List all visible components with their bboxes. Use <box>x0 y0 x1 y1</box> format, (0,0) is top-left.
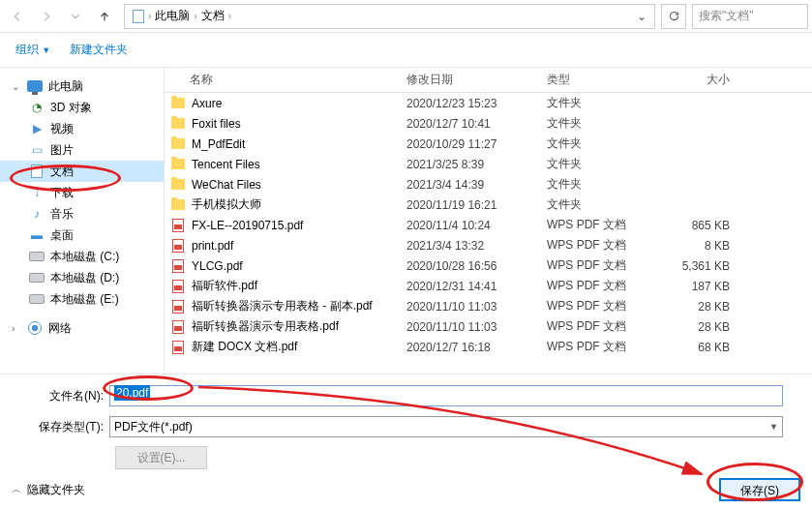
up-button[interactable] <box>91 4 118 29</box>
file-type: WPS PDF 文档 <box>547 278 658 294</box>
file-row[interactable]: Axure2020/12/23 15:23文件夹 <box>165 93 812 113</box>
chevron-down-icon[interactable]: ⌄ <box>633 10 650 23</box>
organize-toolbar: 组织 ▼ 新建文件夹 <box>0 33 812 68</box>
file-name: WeChat Files <box>192 178 261 192</box>
settings-button[interactable]: 设置(E)... <box>115 446 207 469</box>
folder-icon <box>170 96 186 111</box>
sidebar-item-documents[interactable]: 文档 <box>0 161 164 182</box>
sidebar-item-desktop[interactable]: ▬桌面 <box>0 225 164 246</box>
file-row[interactable]: M_PdfEdit2020/10/29 11:27文件夹 <box>165 134 812 154</box>
folder-icon <box>170 136 186 152</box>
file-row[interactable]: WeChat Files2021/3/4 14:39文件夹 <box>165 174 812 195</box>
file-date: 2020/12/7 10:41 <box>406 117 547 131</box>
pdf-icon <box>170 279 186 294</box>
file-name: Axure <box>192 97 222 110</box>
sidebar-item-downloads[interactable]: ↓下载 <box>0 182 164 203</box>
folder-icon <box>170 177 186 193</box>
file-row[interactable]: print.pdf2021/3/4 13:32WPS PDF 文档8 KB <box>165 235 812 255</box>
dialog-footer: ︿ 隐藏文件夹 保存(S) <box>0 469 812 509</box>
file-type: 文件夹 <box>547 196 658 213</box>
file-date: 2020/11/10 11:03 <box>406 300 547 314</box>
file-list-area: 名称 修改日期 类型 大小 Axure2020/12/23 15:23文件夹Fo… <box>165 68 812 374</box>
file-date: 2020/12/31 14:41 <box>406 280 547 293</box>
file-date: 2020/10/29 11:27 <box>406 137 547 151</box>
sidebar-item-drive-e[interactable]: 本地磁盘 (E:) <box>0 288 164 310</box>
organize-menu[interactable]: 组织 ▼ <box>15 42 50 58</box>
file-row[interactable]: 福昕软件.pdf2020/12/31 14:41WPS PDF 文档187 KB <box>165 276 812 296</box>
breadcrumb-root-icon[interactable] <box>129 10 148 23</box>
sidebar-item-drive-d[interactable]: 本地磁盘 (D:) <box>0 267 164 288</box>
refresh-button[interactable] <box>661 4 686 29</box>
file-type: 文件夹 <box>547 135 658 152</box>
file-date: 2020/12/23 15:23 <box>406 97 547 110</box>
save-button[interactable]: 保存(S) <box>719 478 800 501</box>
breadcrumb-segment[interactable]: 此电脑 <box>151 8 194 24</box>
column-header-name[interactable]: 名称 <box>165 72 406 88</box>
file-name: Foxit files <box>192 117 241 131</box>
file-name: 福昕软件.pdf <box>192 278 257 294</box>
file-row[interactable]: Tencent Files2021/3/25 8:39文件夹 <box>165 154 812 174</box>
file-row[interactable]: Foxit files2020/12/7 10:41文件夹 <box>165 113 812 134</box>
file-type: WPS PDF 文档 <box>547 257 658 274</box>
file-name: 手机模拟大师 <box>192 196 261 213</box>
sidebar-item-videos[interactable]: ▶视频 <box>0 118 164 139</box>
pdf-icon <box>170 299 186 314</box>
pdf-icon <box>170 258 186 274</box>
sidebar-item-pictures[interactable]: ▭图片 <box>0 139 164 161</box>
pdf-icon <box>170 218 186 233</box>
file-size: 5,361 KB <box>658 259 745 273</box>
filetype-dropdown[interactable]: PDF文件(*.pdf)▼ <box>109 416 783 437</box>
save-form: 文件名(N): 20.pdf 保存类型(T): PDF文件(*.pdf)▼ 设置… <box>0 374 812 469</box>
navigation-sidebar: ⌄此电脑 ◔3D 对象 ▶视频 ▭图片 文档 ↓下载 ♪音乐 ▬桌面 本地磁盘 … <box>0 68 165 374</box>
file-type: WPS PDF 文档 <box>547 339 658 355</box>
pdf-icon <box>170 238 186 254</box>
file-date: 2020/11/19 16:21 <box>406 198 547 212</box>
file-date: 2020/11/4 10:24 <box>406 219 547 232</box>
folder-icon <box>170 197 186 213</box>
column-headers: 名称 修改日期 类型 大小 <box>165 68 812 93</box>
file-name: M_PdfEdit <box>192 137 245 151</box>
file-type: WPS PDF 文档 <box>547 298 658 314</box>
main-content: ⌄此电脑 ◔3D 对象 ▶视频 ▭图片 文档 ↓下载 ♪音乐 ▬桌面 本地磁盘 … <box>0 68 812 374</box>
file-row[interactable]: 福昕转换器演示专用表格.pdf2020/11/10 11:03WPS PDF 文… <box>165 316 812 337</box>
sidebar-item-music[interactable]: ♪音乐 <box>0 203 164 225</box>
sidebar-item-drive-c[interactable]: 本地磁盘 (C:) <box>0 246 164 267</box>
file-name: print.pdf <box>192 239 233 253</box>
search-input[interactable]: 搜索"文档" <box>692 4 808 29</box>
folder-icon <box>170 116 186 132</box>
file-row[interactable]: 手机模拟大师2020/11/19 16:21文件夹 <box>165 195 812 215</box>
column-header-size[interactable]: 大小 <box>658 72 745 88</box>
address-bar[interactable]: › 此电脑 › 文档 › ⌄ <box>124 4 655 29</box>
sidebar-item-3d[interactable]: ◔3D 对象 <box>0 97 164 118</box>
column-header-date[interactable]: 修改日期 <box>406 72 547 88</box>
chevron-up-icon: ︿ <box>12 483 21 496</box>
file-name: 新建 DOCX 文档.pdf <box>192 339 297 355</box>
sidebar-item-this-pc[interactable]: ⌄此电脑 <box>0 75 164 97</box>
filename-label: 文件名(N): <box>27 388 109 404</box>
file-date: 2021/3/4 13:32 <box>406 239 547 253</box>
file-row[interactable]: YLCG.pdf2020/10/28 16:56WPS PDF 文档5,361 … <box>165 255 812 276</box>
file-name: Tencent Files <box>192 158 260 171</box>
file-row[interactable]: 新建 DOCX 文档.pdf2020/12/7 16:18WPS PDF 文档6… <box>165 337 812 357</box>
hide-folders-toggle[interactable]: ︿ 隐藏文件夹 <box>12 482 85 498</box>
column-header-type[interactable]: 类型 <box>547 72 658 88</box>
forward-button[interactable] <box>33 4 60 29</box>
sidebar-item-network[interactable]: ›网络 <box>0 317 164 339</box>
file-size: 68 KB <box>658 341 745 354</box>
filename-input[interactable]: 20.pdf <box>109 385 783 406</box>
folder-icon <box>170 157 186 172</box>
recent-dropdown[interactable] <box>62 4 89 29</box>
file-size: 187 KB <box>658 280 745 293</box>
file-type: 文件夹 <box>547 156 658 172</box>
file-date: 2021/3/25 8:39 <box>406 158 547 171</box>
back-button[interactable] <box>4 4 31 29</box>
file-list[interactable]: Axure2020/12/23 15:23文件夹Foxit files2020/… <box>165 93 812 374</box>
breadcrumb-segment[interactable]: 文档 <box>197 8 228 24</box>
file-row[interactable]: 福昕转换器演示专用表格 - 副本.pdf2020/11/10 11:03WPS … <box>165 296 812 316</box>
new-folder-button[interactable]: 新建文件夹 <box>70 42 128 58</box>
file-name: 福昕转换器演示专用表格 - 副本.pdf <box>192 298 373 314</box>
file-date: 2020/12/7 16:18 <box>406 341 547 354</box>
file-type: 文件夹 <box>547 95 658 111</box>
file-size: 28 KB <box>658 300 745 314</box>
file-row[interactable]: FX-LE--20190715.pdf2020/11/4 10:24WPS PD… <box>165 215 812 235</box>
